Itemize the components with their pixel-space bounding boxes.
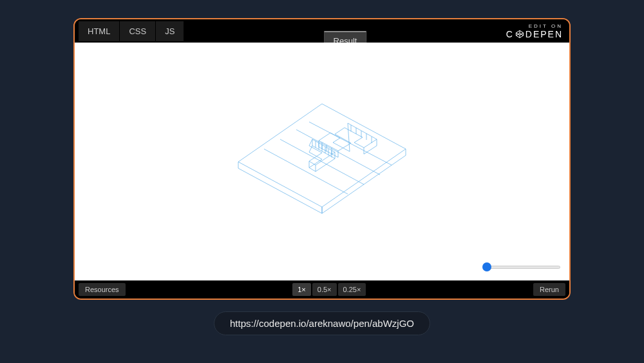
tab-js[interactable]: JS: [156, 21, 184, 41]
preview-canvas: [75, 43, 569, 280]
resources-button[interactable]: Resources: [79, 283, 126, 296]
codepen-embed-frame: HTML CSS JS Result EDIT ON C DEPEN: [73, 18, 571, 300]
tab-css[interactable]: CSS: [120, 21, 156, 41]
codepen-brand-link[interactable]: EDIT ON C DEPEN: [506, 24, 563, 39]
rerun-button[interactable]: Rerun: [533, 283, 565, 296]
codepen-logo: C DEPEN: [506, 30, 563, 39]
zoom-buttons: 1× 0.5× 0.25×: [292, 283, 366, 296]
zoom-1x-button[interactable]: 1×: [292, 283, 311, 296]
editor-tabs: HTML CSS JS: [79, 21, 184, 41]
codepen-logo-text-after: DEPEN: [526, 30, 563, 39]
tab-html[interactable]: HTML: [79, 21, 120, 41]
zoom-025x-button[interactable]: 0.25×: [338, 283, 366, 296]
codepen-cube-icon: [515, 30, 524, 39]
slider-track: [483, 266, 560, 269]
preview-slider[interactable]: [483, 262, 560, 271]
codepen-logo-text-before: C: [506, 30, 514, 39]
zoom-05x-button[interactable]: 0.5×: [312, 283, 337, 296]
pen-url: https://codepen.io/areknawo/pen/abWzjGO: [214, 311, 430, 335]
js-wireframe-tile: [225, 91, 419, 233]
top-bar: HTML CSS JS Result EDIT ON C DEPEN: [75, 19, 569, 43]
edit-on-label: EDIT ON: [506, 24, 563, 29]
bottom-bar: Resources 1× 0.5× 0.25× Rerun: [75, 280, 569, 299]
slider-thumb[interactable]: [482, 262, 491, 271]
